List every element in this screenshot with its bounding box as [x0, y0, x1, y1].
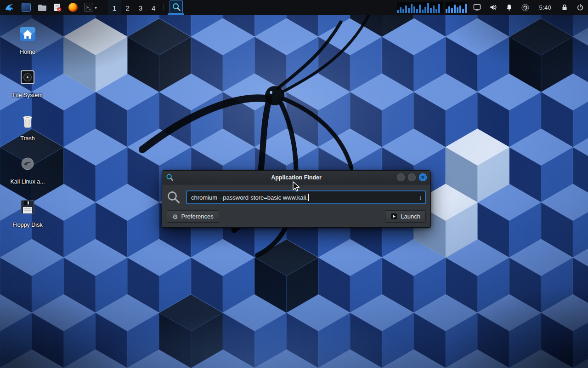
file-system-icon	[17, 67, 38, 87]
window-title: Application Finder	[162, 174, 430, 181]
terminal-prompt-glyph: >_	[86, 4, 91, 12]
workspace-2[interactable]: 2	[121, 0, 134, 15]
kali-disc-icon	[17, 154, 38, 174]
desktop-icon-home[interactable]: Home	[6, 24, 50, 55]
kali-logo-icon	[4, 2, 15, 13]
desktop-icon-label: Home	[20, 49, 35, 55]
launch-button[interactable]: Launch	[385, 210, 426, 223]
panel-separator	[104, 4, 104, 11]
update-icon	[521, 4, 529, 12]
desktop-icon-label: File System	[12, 92, 42, 98]
preferences-button[interactable]: ⚙ Preferences	[167, 210, 219, 223]
desktop-icon-label: Kali Linux a...	[10, 178, 45, 185]
close-button[interactable]: ✕	[419, 173, 427, 181]
panel-spacer	[184, 0, 396, 15]
file-manager-icon	[22, 3, 31, 12]
firefox-icon	[68, 3, 78, 12]
top-panel: >_ ▾ 1 2 3 4	[0, 0, 588, 15]
search-input-value: chromium --password-store=basic www.kali…	[191, 194, 308, 201]
network-graph-icon	[446, 2, 468, 13]
maximize-button[interactable]	[408, 173, 416, 181]
text-editor-launcher[interactable]	[50, 0, 65, 15]
lock-icon	[561, 4, 568, 11]
update-status-button[interactable]	[517, 0, 533, 15]
desktop-icon-floppy-disk[interactable]: Floppy Disk	[6, 197, 50, 228]
panel-launchers: >_ ▾	[18, 0, 100, 15]
workspace-3[interactable]: 3	[134, 0, 147, 15]
application-finder-icon	[172, 2, 181, 12]
terminal-icon: >_	[84, 3, 93, 12]
desktop-icon-label: Trash	[20, 135, 35, 142]
folder-launcher[interactable]	[34, 0, 50, 15]
notifications-button[interactable]	[501, 0, 517, 15]
system-monitor-graph[interactable]	[396, 0, 444, 15]
volume-icon	[489, 4, 497, 11]
dialog-button-row: ⚙ Preferences Launch	[167, 210, 426, 223]
mouse-cursor	[292, 181, 302, 192]
network-monitor-graph[interactable]	[444, 0, 469, 15]
search-row: chromium --password-store=basic www.kali…	[167, 190, 426, 204]
text-editor-icon	[53, 3, 62, 12]
launch-button-label: Launch	[401, 213, 420, 220]
bell-icon	[505, 4, 513, 11]
power-button[interactable]	[572, 0, 588, 15]
applications-menu-button[interactable]	[0, 0, 18, 15]
lock-screen-button[interactable]	[557, 0, 572, 15]
volume-button[interactable]	[485, 0, 501, 15]
text-caret	[308, 194, 309, 201]
file-manager-launcher[interactable]	[18, 0, 34, 15]
desktop-icon-file-system[interactable]: File System	[6, 67, 50, 98]
folder-icon	[37, 3, 46, 12]
cpu-graph-icon	[397, 2, 443, 13]
desktop-icon-kali-linux[interactable]: Kali Linux a...	[6, 154, 50, 185]
close-icon: ✕	[421, 175, 424, 180]
home-icon	[17, 24, 38, 44]
taskbar-active-item	[168, 0, 184, 15]
floppy-disk-icon	[17, 197, 38, 217]
desktop-icon-label: Floppy Disk	[12, 222, 42, 228]
desktop-icon-trash[interactable]: Trash	[6, 110, 50, 142]
search-icon	[167, 190, 181, 204]
clock[interactable]: 5:40	[533, 0, 557, 15]
window-titlebar-app-icon	[166, 173, 174, 181]
launch-icon	[390, 213, 397, 220]
display-icon	[473, 4, 481, 11]
taskbar-application-finder-button[interactable]	[170, 0, 182, 13]
workspace-4[interactable]: 4	[147, 0, 160, 15]
panel-separator-2	[164, 4, 164, 11]
search-input[interactable]: chromium --password-store=basic www.kali…	[186, 190, 426, 204]
terminal-launcher[interactable]: >_ ▾	[81, 0, 100, 15]
window-controls: ✕	[397, 173, 427, 181]
workspace-switcher: 1 2 3 4	[108, 0, 160, 15]
minimize-button[interactable]	[397, 173, 405, 181]
display-settings-button[interactable]	[469, 0, 485, 15]
workspace-1[interactable]: 1	[108, 0, 121, 15]
desktop-icon-column: Home File System Trash	[6, 24, 50, 240]
trash-icon	[17, 110, 38, 131]
application-finder-window: Application Finder ✕ chromium --password…	[162, 170, 431, 228]
history-dropdown-icon[interactable]: ↓	[415, 194, 422, 201]
gear-icon: ⚙	[172, 213, 178, 220]
preferences-button-label: Preferences	[181, 213, 214, 220]
power-icon	[577, 4, 584, 11]
firefox-launcher[interactable]	[65, 0, 81, 15]
chevron-down-icon: ▾	[95, 5, 97, 10]
